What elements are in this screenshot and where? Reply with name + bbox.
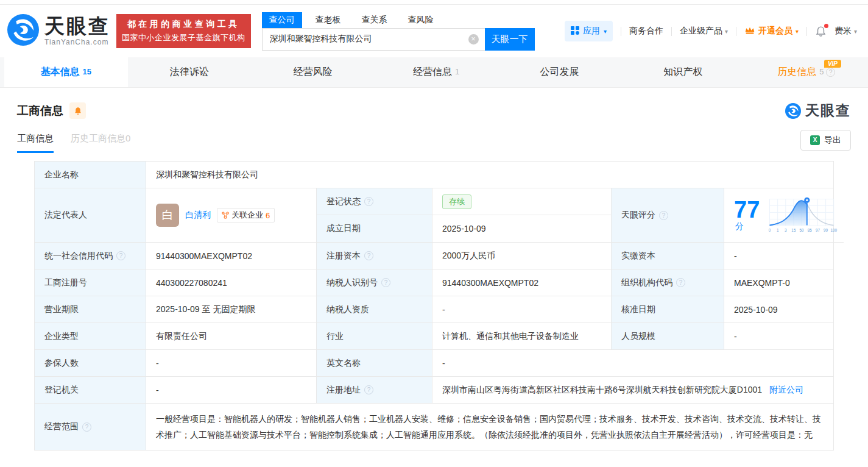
enterprise-products-menu[interactable]: 企业级产品 ▾ [680, 26, 728, 37]
enterprise-products-label: 企业级产品 [680, 26, 722, 37]
business-scope-value: 一般经营项目是：智能机器人的研发；智能机器人销售；工业机器人安装、维修；信息安全… [146, 404, 833, 450]
divider [621, 27, 621, 36]
open-vip-label: 开通会员 [758, 26, 792, 37]
field-label: 行业 [317, 323, 432, 350]
tab-company-development[interactable]: 公司发展 [498, 57, 621, 87]
search-tab-boss[interactable]: 查老板 [308, 12, 348, 28]
brand-name: 天眼查 [44, 16, 110, 36]
company-type-value: 有限责任公司 [146, 323, 317, 350]
help-icon[interactable]: ? [826, 68, 835, 77]
section-title: 工商信息 [17, 103, 63, 119]
related-companies-badge[interactable]: 关联企业 6 [217, 208, 275, 223]
tab-operation-risk[interactable]: 经营风险 [251, 57, 375, 87]
avatar[interactable]: 白 [156, 204, 179, 227]
apps-grid-icon [571, 26, 579, 37]
english-name-value: - [432, 350, 833, 377]
field-label: 注册地址? [317, 377, 432, 404]
search-input[interactable] [262, 28, 485, 51]
field-label: 注册资本? [317, 243, 432, 269]
header-nav: 应用 ▾ 商务合作 企业级产品 ▾ 开通会员 ▾ [565, 21, 857, 41]
chevron-down-icon: ▾ [725, 28, 728, 35]
search-button[interactable]: 天眼一下 [485, 28, 535, 51]
tianyancha-logo-icon [7, 14, 39, 48]
tab-label: 知识产权 [663, 66, 702, 79]
search-tab-company[interactable]: 查公司 [262, 12, 302, 28]
chevron-down-icon: ▾ [854, 28, 857, 35]
legal-rep-link[interactable]: 白清利 [185, 210, 211, 221]
nearby-companies-link[interactable]: 附近公司 [769, 385, 803, 396]
network-icon [222, 212, 229, 219]
taxpayer-qualification-value: - [432, 296, 612, 323]
watermark-brand-text: 天眼查 [805, 101, 851, 120]
registered-capital-value: 2000万人民币 [432, 243, 612, 269]
subtab-business-info[interactable]: 工商信息 [17, 133, 54, 153]
brand-domain: TianYanCha.com [44, 38, 110, 46]
svg-text:85: 85 [808, 228, 813, 232]
notifications-button[interactable] [815, 26, 827, 37]
divider [736, 27, 736, 36]
table-row: 登记机关 - 注册地址? 深圳市南山区粤海街道高新区社区科技南十路6号深圳航天科… [35, 377, 833, 404]
chevron-down-icon: ▾ [604, 28, 607, 35]
search-tab-relation[interactable]: 查关系 [355, 12, 395, 28]
field-label: 实缴资本 [612, 243, 724, 269]
business-cooperation-link[interactable]: 商务合作 [629, 26, 663, 37]
field-label: 营业期限 [35, 296, 146, 323]
tab-label: 历史信息 [777, 66, 816, 79]
subscribe-bell-button[interactable] [69, 102, 86, 119]
field-label: 成立日期 [317, 215, 432, 243]
tab-label: 公司发展 [540, 66, 579, 79]
help-icon[interactable]: ? [364, 385, 373, 394]
export-label: 导出 [824, 135, 841, 146]
company-tab-bar: 基本信息 15 法律诉讼 经营风险 经营信息 1 公司发展 知识产权 VIP 历… [0, 57, 868, 88]
search-tab-risk[interactable]: 查风险 [401, 12, 441, 28]
tab-history-info[interactable]: VIP 历史信息 5 ? [744, 57, 868, 87]
open-vip-menu[interactable]: 开通会员 ▾ [744, 26, 799, 37]
subtab-history-business-info[interactable]: 历史工商信息0 [71, 133, 130, 153]
help-icon[interactable]: ? [82, 422, 91, 432]
tab-basic-info[interactable]: 基本信息 15 [4, 57, 128, 87]
table-row: 法定代表人 白 白清利 关联企业 6 登记状态? [35, 188, 833, 243]
tab-count: 5 [819, 67, 824, 76]
business-term-value: 2025-10-09 至 无固定期限 [146, 296, 317, 323]
svg-text:100: 100 [831, 228, 838, 232]
business-info-section: 工商信息 天眼查 工商信息 历史工商信息0 X 导出 企业名称 [0, 101, 868, 451]
search-tabs: 查公司 查老板 查关系 查风险 [262, 12, 535, 28]
page-top-divider [0, 0, 868, 5]
field-label: 纳税人资质 [317, 296, 432, 323]
tab-label: 经营风险 [293, 66, 332, 79]
paid-in-capital-value: - [724, 243, 833, 269]
excel-icon: X [810, 135, 820, 145]
slogan-line1: 都在用的商业查询工具 [122, 19, 245, 30]
staff-size-value: - [724, 323, 833, 350]
related-companies-label: 关联企业 [231, 210, 263, 221]
field-label: 登记状态? [317, 188, 432, 215]
apps-menu[interactable]: 应用 ▾ [565, 21, 613, 41]
search-area: 查公司 查老板 查关系 查风险 × 天眼一下 [262, 12, 535, 51]
help-icon[interactable]: ? [659, 211, 668, 220]
tab-label: 法律诉讼 [170, 66, 209, 79]
tab-intellectual-property[interactable]: 知识产权 [621, 57, 745, 87]
export-button[interactable]: X 导出 [800, 130, 851, 151]
help-icon[interactable]: ? [364, 251, 373, 260]
help-icon[interactable]: ? [116, 251, 125, 260]
insured-count-value: - [146, 350, 317, 377]
help-icon[interactable]: ? [381, 278, 390, 287]
tab-legal-litigation[interactable]: 法律诉讼 [128, 57, 252, 87]
taxpayer-id-value: 91440300MAEXQMPT02 [432, 269, 612, 296]
site-header: 天眼查 TianYanCha.com 都在用的商业查询工具 国家中小企业发展子基… [0, 5, 868, 57]
tab-count: 15 [83, 67, 91, 76]
svg-text:3: 3 [785, 228, 787, 232]
user-menu[interactable]: 费米 ▾ [834, 26, 857, 37]
help-icon[interactable]: ? [364, 197, 373, 206]
tab-operation-info[interactable]: 经营信息 1 [375, 57, 498, 87]
table-row: 企业类型 有限责任公司 行业 计算机、通信和其他电子设备制造业 人员规模 - [35, 323, 833, 350]
svg-text:50: 50 [800, 228, 805, 232]
tianyancha-logo[interactable]: 天眼查 TianYanCha.com [7, 14, 110, 48]
help-icon[interactable]: ? [676, 278, 685, 287]
score-value: 77 [734, 197, 760, 223]
clear-search-icon[interactable]: × [468, 34, 479, 45]
field-label: 企业名称 [35, 162, 146, 188]
svg-text:0: 0 [769, 228, 771, 232]
svg-text:97: 97 [816, 228, 820, 232]
apps-label: 应用 [583, 26, 600, 37]
